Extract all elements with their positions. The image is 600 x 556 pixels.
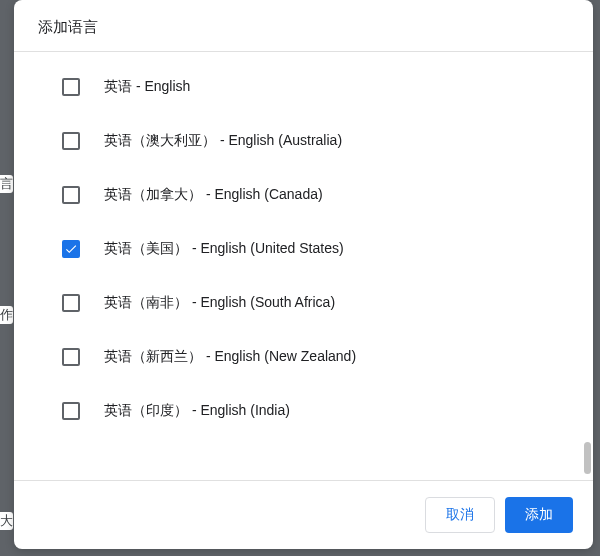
language-item[interactable]: 英语（印度） - English (India): [14, 384, 593, 438]
language-item[interactable]: 英语（新西兰） - English (New Zealand): [14, 330, 593, 384]
language-label: 英语（美国） - English (United States): [104, 240, 344, 258]
language-item[interactable]: 英语（加拿大） - English (Canada): [14, 168, 593, 222]
language-label: 英语（加拿大） - English (Canada): [104, 186, 323, 204]
background-text: 作: [0, 306, 13, 324]
background-text: 言: [0, 175, 13, 193]
check-icon: [64, 242, 78, 256]
checkbox[interactable]: [62, 294, 80, 312]
language-label: 英语（南非） - English (South Africa): [104, 294, 335, 312]
dialog-title: 添加语言: [38, 18, 569, 37]
checkbox[interactable]: [62, 402, 80, 420]
checkbox[interactable]: [62, 240, 80, 258]
language-item[interactable]: 英语（南非） - English (South Africa): [14, 276, 593, 330]
language-label: 英语（新西兰） - English (New Zealand): [104, 348, 356, 366]
cancel-button[interactable]: 取消: [425, 497, 495, 533]
add-button[interactable]: 添加: [505, 497, 573, 533]
dialog-footer: 取消 添加: [14, 480, 593, 549]
language-item[interactable]: 英语（澳大利亚） - English (Australia): [14, 114, 593, 168]
add-language-dialog: 添加语言 英语 - English英语（澳大利亚） - English (Aus…: [14, 0, 593, 549]
checkbox[interactable]: [62, 78, 80, 96]
language-label: 英语 - English: [104, 78, 190, 96]
checkbox[interactable]: [62, 132, 80, 150]
dialog-header: 添加语言: [14, 0, 593, 52]
scrollbar-thumb[interactable]: [584, 442, 591, 474]
background-text: 大: [0, 512, 13, 530]
language-item[interactable]: 英语（美国） - English (United States): [14, 222, 593, 276]
language-item[interactable]: 英语 - English: [14, 60, 593, 114]
checkbox[interactable]: [62, 348, 80, 366]
dialog-body: 英语 - English英语（澳大利亚） - English (Australi…: [14, 52, 593, 480]
language-label: 英语（澳大利亚） - English (Australia): [104, 132, 342, 150]
language-label: 英语（印度） - English (India): [104, 402, 290, 420]
checkbox[interactable]: [62, 186, 80, 204]
